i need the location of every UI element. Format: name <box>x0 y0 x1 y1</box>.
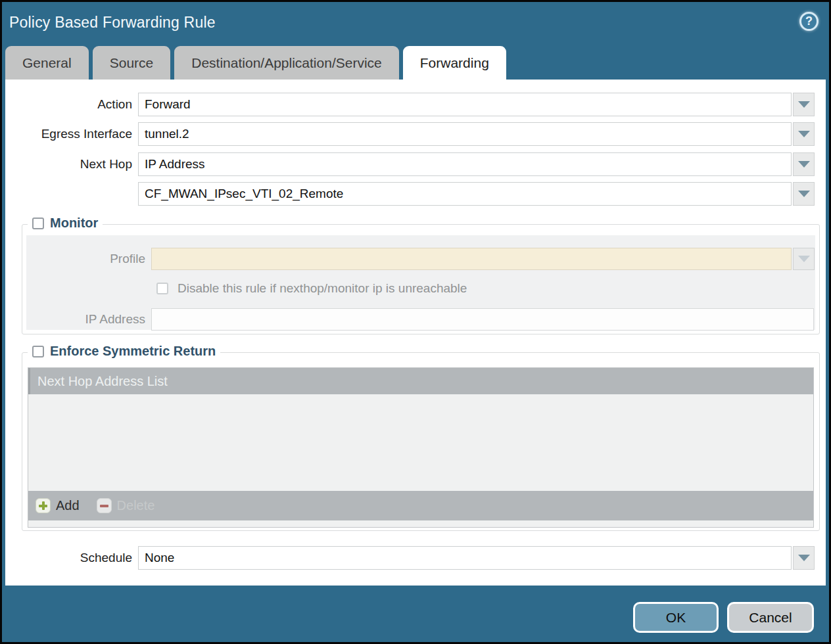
tab-bar: General Source Destination/Application/S… <box>5 46 506 80</box>
ok-button[interactable]: OK <box>633 602 719 633</box>
egress-interface-dropdown-button[interactable] <box>793 122 815 146</box>
next-hop-row: Next Hop IP Address <box>5 152 820 176</box>
next-hop-address-list-body[interactable] <box>28 394 813 491</box>
next-hop-address-table: Next Hop Address List Add Delete <box>28 367 814 528</box>
symmetric-return-section: Enforce Symmetric Return Next Hop Addres… <box>22 352 820 531</box>
ip-address-row: IP Address <box>26 308 831 331</box>
ip-address-label: IP Address <box>26 312 151 327</box>
tab-destination-application-service[interactable]: Destination/Application/Service <box>174 46 399 80</box>
minus-icon <box>97 498 112 513</box>
forwarding-tab-panel: Action Forward Egress Interface tunnel.2… <box>5 80 826 586</box>
disable-rule-label: Disable this rule if nexthop/monitor ip … <box>178 281 467 296</box>
next-hop-address-list-header[interactable]: Next Hop Address List <box>28 368 813 394</box>
next-hop-select[interactable]: IP Address <box>138 152 792 176</box>
table-toolbar: Add Delete <box>28 491 813 520</box>
chevron-down-icon <box>798 191 810 197</box>
profile-dropdown-button <box>793 248 815 270</box>
cancel-button[interactable]: Cancel <box>727 602 814 633</box>
monitor-legend-label: Monitor <box>50 216 98 231</box>
disable-rule-row: Disable this rule if nexthop/monitor ip … <box>156 280 748 297</box>
symmetric-return-legend-label: Enforce Symmetric Return <box>50 344 216 359</box>
monitor-legend: Monitor <box>28 216 103 231</box>
help-icon[interactable]: ? <box>799 12 819 31</box>
next-hop-address-row: CF_MWAN_IPsec_VTI_02_Remote <box>5 182 820 206</box>
chevron-down-icon <box>798 256 810 262</box>
monitor-panel: Profile Disable this rule if nexthop/mon… <box>26 235 815 330</box>
add-button[interactable]: Add <box>36 498 80 513</box>
page-title: Policy Based Forwarding Rule <box>9 14 216 32</box>
chevron-down-icon <box>798 131 810 137</box>
profile-row: Profile <box>26 247 817 271</box>
action-dropdown-button[interactable] <box>793 93 815 116</box>
table-bottom-strip <box>28 520 813 527</box>
chevron-down-icon <box>798 555 810 561</box>
schedule-dropdown-button[interactable] <box>793 546 815 570</box>
delete-button: Delete <box>97 498 155 513</box>
next-hop-address-select[interactable]: CF_MWAN_IPsec_VTI_02_Remote <box>138 182 792 206</box>
action-label: Action <box>5 97 138 112</box>
symmetric-return-legend: Enforce Symmetric Return <box>28 344 220 359</box>
plus-icon <box>36 498 51 513</box>
next-hop-dropdown-button[interactable] <box>793 152 815 176</box>
egress-interface-select[interactable]: tunnel.2 <box>138 122 792 146</box>
delete-button-label: Delete <box>117 498 155 513</box>
monitor-section: Monitor Profile Disable this rule if nex… <box>22 224 820 334</box>
disable-rule-checkbox <box>156 283 168 294</box>
next-hop-label: Next Hop <box>5 157 138 172</box>
egress-interface-label: Egress Interface <box>5 127 138 141</box>
profile-label: Profile <box>26 252 151 266</box>
action-select[interactable]: Forward <box>138 93 792 116</box>
ip-address-input <box>151 308 814 331</box>
schedule-label: Schedule <box>5 551 138 565</box>
monitor-checkbox[interactable] <box>32 218 44 229</box>
chevron-down-icon <box>798 161 810 168</box>
tab-source[interactable]: Source <box>93 46 171 80</box>
tab-general[interactable]: General <box>5 46 89 80</box>
next-hop-address-dropdown-button[interactable] <box>793 182 815 206</box>
egress-interface-row: Egress Interface tunnel.2 <box>5 122 820 146</box>
schedule-row: Schedule None <box>5 546 820 570</box>
add-button-label: Add <box>56 498 80 513</box>
action-row: Action Forward <box>5 93 820 116</box>
schedule-select[interactable]: None <box>138 546 792 570</box>
profile-select <box>151 248 792 270</box>
pbf-rule-dialog: Policy Based Forwarding Rule ? General S… <box>0 0 831 644</box>
symmetric-return-checkbox[interactable] <box>32 346 44 357</box>
chevron-down-icon <box>798 101 810 108</box>
tab-forwarding[interactable]: Forwarding <box>403 46 506 80</box>
